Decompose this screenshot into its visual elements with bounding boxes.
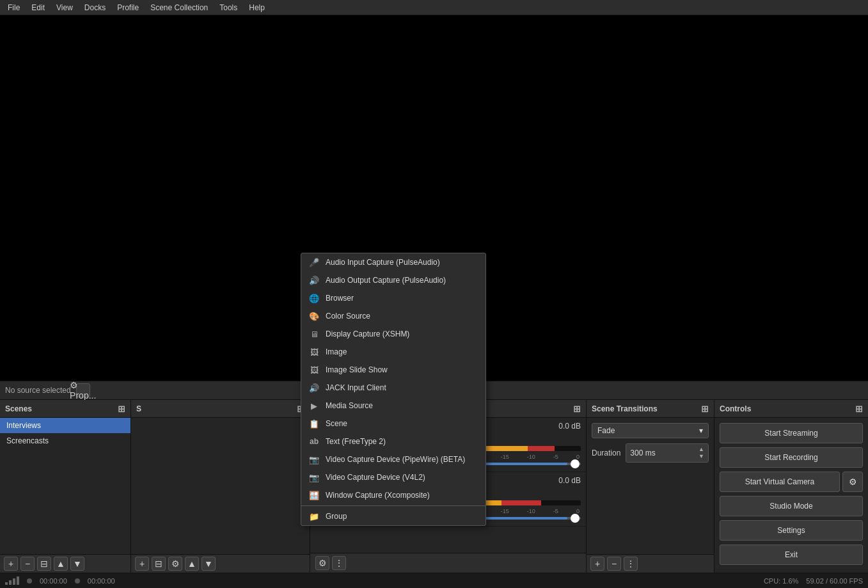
sources-panel-header: S ⊞ <box>131 400 310 418</box>
menu-tools[interactable]: Tools <box>214 2 242 13</box>
controls-body: Start Streaming Start Recording Start Vi… <box>714 418 868 573</box>
exit-btn[interactable]: Exit <box>720 544 863 565</box>
media-icon: ▶ <box>309 401 319 411</box>
jack-icon: 🔊 <box>309 383 319 393</box>
scene-transitions-header: Scene Transitions ⊞ <box>587 400 714 418</box>
transition-remove-btn[interactable]: − <box>607 557 621 571</box>
audio-more-btn[interactable]: ⋮ <box>332 556 346 570</box>
ctx-window-capture[interactable]: 🪟 Window Capture (Xcomposite) <box>301 486 485 504</box>
cpu-label: CPU: 1.6% <box>764 577 798 585</box>
scene-down-btn[interactable]: ▼ <box>70 557 84 571</box>
image-icon: 🖼 <box>309 347 319 357</box>
ctx-scene[interactable]: 📋 Scene <box>301 415 485 433</box>
scene-up-btn[interactable]: ▲ <box>54 557 68 571</box>
scenes-panel: Scenes ⊞ Interviews Screencasts + − ⊟ ▲ … <box>0 400 131 573</box>
scenes-panel-icons: ⊞ <box>118 404 125 414</box>
signal-strength-icon <box>5 576 19 585</box>
group-icon: 📁 <box>309 511 319 521</box>
transitions-body: Fade ▾ Duration 300 ms ▲ ▼ <box>587 418 714 554</box>
duration-down[interactable]: ▼ <box>698 453 704 460</box>
sources-panel: S ⊞ + ⊟ ⚙ ▲ ▼ 🎤 Audio Input Capture (Pul… <box>131 400 310 573</box>
camera-v4l2-icon: 📷 <box>309 472 319 482</box>
speaker-out-icon: 🔊 <box>309 275 319 285</box>
audio-mixer-maximize[interactable]: ⊞ <box>573 404 581 414</box>
sources-toolbar: + ⊟ ⚙ ▲ ▼ <box>131 554 310 573</box>
stream-status-dot <box>27 578 32 584</box>
audio-settings-btn[interactable]: ⚙ <box>315 556 329 570</box>
context-menu: 🎤 Audio Input Capture (PulseAudio) 🔊 Aud… <box>301 253 486 526</box>
source-add-btn[interactable]: + <box>135 557 149 571</box>
virtual-camera-row: Start Virtual Camera ⚙ <box>720 472 863 492</box>
properties-button[interactable]: ⚙ Prop... <box>76 383 90 397</box>
audio-mixer-toolbar: ⚙ ⋮ <box>310 553 586 573</box>
duration-arrows: ▲ ▼ <box>698 446 704 460</box>
panels-row: Scenes ⊞ Interviews Screencasts + − ⊟ ▲ … <box>0 400 868 573</box>
studio-mode-btn[interactable]: Studio Mode <box>720 496 863 516</box>
transition-add-btn[interactable]: + <box>590 557 604 571</box>
source-remove-btn[interactable]: ⊟ <box>152 557 166 571</box>
scenes-panel-icon-maximize[interactable]: ⊞ <box>118 404 125 414</box>
controls-panel-icons: ⊞ <box>855 404 863 414</box>
scene-transitions-maximize[interactable]: ⊞ <box>701 404 709 414</box>
ctx-jack-input[interactable]: 🔊 JACK Input Client <box>301 379 485 397</box>
mic-audio-db: 0.0 dB <box>558 476 581 485</box>
scene-item-screencasts[interactable]: Screencasts <box>0 433 130 449</box>
color-icon: 🎨 <box>309 311 319 321</box>
transition-select[interactable]: Fade ▾ <box>592 423 709 438</box>
record-time: 00:00:00 <box>88 577 115 585</box>
start-virtual-camera-btn[interactable]: Start Virtual Camera <box>720 472 840 492</box>
ctx-video-pipewire[interactable]: 📷 Video Capture Device (PipeWire) (BETA) <box>301 450 485 468</box>
ctx-color-source[interactable]: 🎨 Color Source <box>301 307 485 325</box>
start-streaming-btn[interactable]: Start Streaming <box>720 423 863 443</box>
transition-more-btn[interactable]: ⋮ <box>624 557 638 571</box>
no-source-label: No source selected <box>5 386 71 395</box>
source-up-btn[interactable]: ▲ <box>185 557 199 571</box>
settings-btn[interactable]: Settings <box>720 520 863 541</box>
window-icon: 🪟 <box>309 490 319 500</box>
desktop-vu-red <box>528 446 555 451</box>
scene-item-interviews[interactable]: Interviews <box>0 418 130 433</box>
ctx-image-slideshow[interactable]: 🖼 Image Slide Show <box>301 361 485 379</box>
ctx-image[interactable]: 🖼 Image <box>301 343 485 361</box>
ctx-video-v4l2[interactable]: 📷 Video Capture Device (V4L2) <box>301 468 485 486</box>
scene-icon: 📋 <box>309 418 319 429</box>
menu-profile[interactable]: Profile <box>112 2 144 13</box>
scene-transitions-icons: ⊞ <box>701 404 709 414</box>
ctx-audio-input[interactable]: 🎤 Audio Input Capture (PulseAudio) <box>301 253 485 271</box>
ctx-display-capture[interactable]: 🖥 Display Capture (XSHM) <box>301 325 485 343</box>
sources-list <box>131 418 310 554</box>
duration-input[interactable]: 300 ms ▲ ▼ <box>626 443 709 463</box>
scene-add-btn[interactable]: + <box>4 557 18 571</box>
ctx-media-source[interactable]: ▶ Media Source <box>301 397 485 415</box>
ctx-separator <box>301 505 485 506</box>
stream-time: 00:00:00 <box>40 577 67 585</box>
menu-view[interactable]: View <box>51 2 78 13</box>
sources-panel-title: S <box>136 404 141 413</box>
controls-panel: Controls ⊞ Start Streaming Start Recordi… <box>714 400 868 573</box>
duration-label: Duration <box>592 449 620 457</box>
menu-edit[interactable]: Edit <box>26 2 50 13</box>
start-recording-btn[interactable]: Start Recording <box>720 447 863 468</box>
menu-help[interactable]: Help <box>244 2 270 13</box>
source-props-btn[interactable]: ⚙ <box>168 557 182 571</box>
ctx-browser[interactable]: 🌐 Browser <box>301 289 485 307</box>
menu-file[interactable]: File <box>3 2 25 13</box>
scene-remove-btn[interactable]: − <box>20 557 35 571</box>
controls-maximize[interactable]: ⊞ <box>855 404 863 414</box>
scenes-toolbar: + − ⊟ ▲ ▼ <box>0 554 130 573</box>
slideshow-icon: 🖼 <box>309 365 319 375</box>
duration-up[interactable]: ▲ <box>698 446 704 453</box>
source-down-btn[interactable]: ▼ <box>201 557 216 571</box>
desktop-audio-db: 0.0 dB <box>558 422 581 431</box>
ctx-audio-output[interactable]: 🔊 Audio Output Capture (PulseAudio) <box>301 271 485 289</box>
transition-value: Fade <box>597 426 615 435</box>
scene-filter-btn[interactable]: ⊟ <box>37 557 51 571</box>
audio-mixer-spacer <box>310 527 586 553</box>
ctx-text[interactable]: ab Text (FreeType 2) <box>301 433 485 450</box>
menu-scene-collection[interactable]: Scene Collection <box>145 2 213 13</box>
virtual-camera-settings-btn[interactable]: ⚙ <box>842 472 863 492</box>
menu-docks[interactable]: Docks <box>79 2 111 13</box>
record-status-dot <box>75 578 80 584</box>
monitor-icon: 🖥 <box>309 329 319 339</box>
ctx-group[interactable]: 📁 Group <box>301 507 485 525</box>
